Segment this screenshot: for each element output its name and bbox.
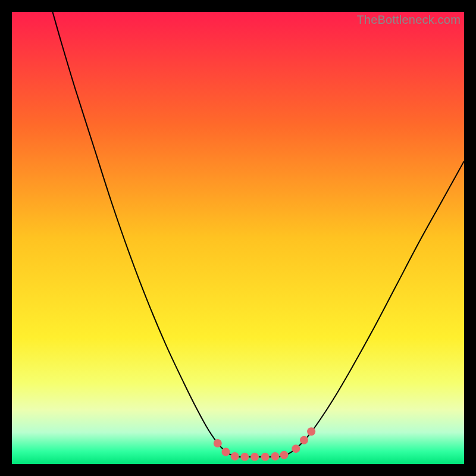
marker-dot xyxy=(214,439,222,447)
marker-dot xyxy=(292,444,300,453)
marker-dot xyxy=(271,452,279,461)
chart-frame: TheBottleneck.com xyxy=(12,12,464,464)
marker-dot xyxy=(261,453,270,461)
marker-dot xyxy=(307,427,315,436)
watermark-text: TheBottleneck.com xyxy=(356,13,461,27)
marker-dot xyxy=(300,436,308,444)
marker-dot xyxy=(240,453,249,461)
marker-dot xyxy=(250,453,259,461)
marker-dot xyxy=(231,452,239,461)
gradient-background xyxy=(12,12,464,464)
marker-dot xyxy=(280,451,289,459)
marker-dot xyxy=(221,447,230,456)
chart-svg xyxy=(12,12,464,464)
